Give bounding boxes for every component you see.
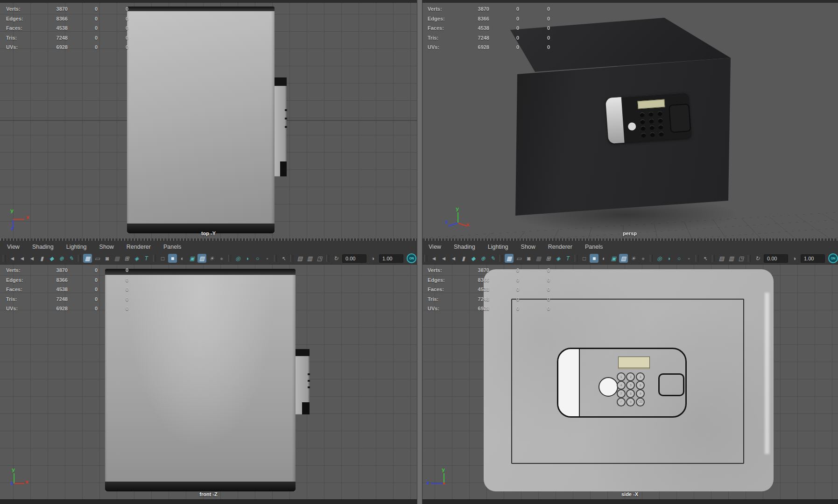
safe-title-icon[interactable]: T bbox=[142, 254, 151, 263]
grid-icon[interactable]: ▦ bbox=[83, 254, 92, 263]
select-camera-icon[interactable]: ◄ bbox=[430, 254, 438, 263]
menu-item[interactable]: View bbox=[7, 244, 20, 250]
xray-joints-icon[interactable]: ▥ bbox=[305, 254, 314, 263]
default-material-icon[interactable]: ◐ bbox=[178, 254, 187, 263]
field-chart-icon[interactable]: ⊞ bbox=[122, 254, 131, 263]
toolbar-grip[interactable] bbox=[326, 255, 329, 262]
menu-item[interactable]: Renderer bbox=[127, 244, 151, 250]
grease-pencil-icon[interactable]: ✎ bbox=[488, 254, 497, 263]
toolbar-grip[interactable] bbox=[290, 255, 293, 262]
anti-aliasing-icon[interactable]: ○ bbox=[675, 254, 683, 263]
viewport-persp[interactable]: Verts: 3870 0 0 Edges: 8366 0 0 Faces: 4… bbox=[422, 3, 838, 238]
menu-item[interactable]: Show bbox=[521, 244, 535, 250]
toolbar-grip[interactable] bbox=[424, 255, 427, 262]
viewport-top[interactable]: Verts: 3870 0 0 Edges: 8366 0 0 Faces: 4… bbox=[0, 3, 417, 238]
depth-of-field-icon[interactable]: ▪ bbox=[263, 254, 272, 263]
menu-item[interactable]: Lighting bbox=[66, 244, 87, 250]
menu-item[interactable]: View bbox=[429, 244, 441, 250]
toolbar-grip[interactable] bbox=[696, 255, 698, 262]
smooth-shade-all-icon[interactable]: ■ bbox=[168, 254, 177, 263]
textured-icon[interactable]: ▨ bbox=[619, 254, 628, 263]
viewport-side[interactable]: Verts: 3870 0 0 Edges: 8366 0 0 Faces: 4… bbox=[422, 264, 838, 499]
toolbar-grip[interactable] bbox=[78, 255, 81, 262]
smooth-shade-all-icon[interactable]: ■ bbox=[590, 254, 599, 263]
toolbar-grip[interactable] bbox=[650, 255, 653, 262]
image-plane-icon[interactable]: ◆ bbox=[47, 254, 56, 263]
pan-zoom-icon[interactable]: ⊕ bbox=[479, 254, 487, 263]
region-capture-icon[interactable]: ◳ bbox=[737, 254, 746, 263]
exposure-field[interactable]: 0.00 bbox=[342, 254, 366, 263]
field-chart-icon[interactable]: ⊞ bbox=[544, 254, 553, 263]
menu-item[interactable]: Panels bbox=[585, 244, 603, 250]
default-material-icon[interactable]: ◐ bbox=[599, 254, 608, 263]
anti-aliasing-icon[interactable]: ○ bbox=[253, 254, 262, 263]
gamma-field[interactable]: 1.00 bbox=[379, 254, 403, 263]
safe-model-top-view[interactable] bbox=[127, 7, 275, 233]
wireframe-on-shaded-icon[interactable]: ▣ bbox=[188, 254, 197, 263]
safe-title-icon[interactable]: T bbox=[563, 254, 572, 263]
shadows-icon[interactable]: ● bbox=[639, 254, 648, 263]
toolbar-grip[interactable] bbox=[228, 255, 231, 262]
xray-joints-icon[interactable]: ▥ bbox=[727, 254, 736, 263]
vertical-pane-splitter[interactable] bbox=[417, 0, 423, 504]
resolution-gate-icon[interactable]: ◙ bbox=[524, 254, 533, 263]
toolbar-grip[interactable] bbox=[575, 255, 577, 262]
grid-icon[interactable]: ▦ bbox=[505, 254, 514, 263]
exposure-icon[interactable]: ↻ bbox=[753, 254, 762, 263]
bookmarks-icon[interactable]: ▮ bbox=[459, 254, 468, 263]
gate-mask-icon[interactable]: ▩ bbox=[113, 254, 121, 263]
xray-icon[interactable]: ▤ bbox=[296, 254, 304, 263]
exposure-icon[interactable]: ↻ bbox=[331, 254, 340, 263]
image-plane-icon[interactable]: ◆ bbox=[469, 254, 478, 263]
toolbar-grip[interactable] bbox=[3, 255, 6, 262]
color-management-toggle[interactable]: ON bbox=[407, 253, 416, 263]
menu-item[interactable]: Panels bbox=[163, 244, 181, 250]
select-camera-icon[interactable]: ◄ bbox=[8, 254, 17, 263]
lock-camera-icon[interactable]: ◄ bbox=[439, 254, 448, 263]
toolbar-grip[interactable] bbox=[712, 255, 715, 262]
camera-attributes-icon[interactable]: ◄ bbox=[28, 254, 36, 263]
viewport-front[interactable]: Verts: 3870 0 0 Edges: 8366 0 0 Faces: 4… bbox=[0, 264, 417, 499]
toolbar-grip[interactable] bbox=[748, 255, 751, 262]
use-all-lights-icon[interactable]: ☀ bbox=[207, 254, 216, 263]
gate-mask-icon[interactable]: ▩ bbox=[534, 254, 543, 263]
menu-item[interactable]: Shading bbox=[32, 244, 54, 250]
toolbar-grip[interactable] bbox=[500, 255, 502, 262]
isolate-select-icon[interactable]: ↖ bbox=[279, 254, 288, 263]
isolate-select-icon[interactable]: ↖ bbox=[701, 254, 710, 263]
textured-icon[interactable]: ▨ bbox=[197, 254, 206, 263]
wireframe-icon[interactable]: □ bbox=[580, 254, 589, 263]
safe-action-icon[interactable]: ◈ bbox=[132, 254, 141, 263]
contrast-icon[interactable]: ◑ bbox=[368, 254, 377, 263]
ambient-occlusion-icon[interactable]: ◎ bbox=[233, 254, 242, 263]
safe-action-icon[interactable]: ◈ bbox=[554, 254, 563, 263]
menu-item[interactable]: Lighting bbox=[488, 244, 508, 250]
menu-item[interactable]: Renderer bbox=[548, 244, 572, 250]
motion-blur-icon[interactable]: ◗ bbox=[243, 254, 252, 263]
bookmarks-icon[interactable]: ▮ bbox=[37, 254, 46, 263]
contrast-icon[interactable]: ◑ bbox=[790, 254, 799, 263]
menu-item[interactable]: Shading bbox=[454, 244, 475, 250]
grease-pencil-icon[interactable]: ✎ bbox=[67, 254, 76, 263]
resolution-gate-icon[interactable]: ◙ bbox=[103, 254, 112, 263]
depth-of-field-icon[interactable]: ▪ bbox=[684, 254, 693, 263]
menu-item[interactable]: Show bbox=[99, 244, 114, 250]
safe-model-front-view[interactable] bbox=[105, 269, 296, 491]
wireframe-icon[interactable]: □ bbox=[158, 254, 167, 263]
camera-attributes-icon[interactable]: ◄ bbox=[449, 254, 458, 263]
pan-zoom-icon[interactable]: ⊕ bbox=[57, 254, 66, 263]
region-capture-icon[interactable]: ◳ bbox=[315, 254, 324, 263]
color-management-toggle[interactable]: ON bbox=[828, 253, 838, 263]
lock-camera-icon[interactable]: ◄ bbox=[18, 254, 27, 263]
film-gate-icon[interactable]: ▭ bbox=[514, 254, 523, 263]
ambient-occlusion-icon[interactable]: ◎ bbox=[655, 254, 664, 263]
toolbar-grip[interactable] bbox=[153, 255, 156, 262]
wireframe-on-shaded-icon[interactable]: ▣ bbox=[609, 254, 618, 263]
shadows-icon[interactable]: ● bbox=[217, 254, 226, 263]
film-gate-icon[interactable]: ▭ bbox=[93, 254, 102, 263]
xray-icon[interactable]: ▤ bbox=[717, 254, 726, 263]
motion-blur-icon[interactable]: ◗ bbox=[665, 254, 674, 263]
exposure-field[interactable]: 0.00 bbox=[764, 254, 788, 263]
gamma-field[interactable]: 1.00 bbox=[801, 254, 825, 263]
use-all-lights-icon[interactable]: ☀ bbox=[629, 254, 638, 263]
